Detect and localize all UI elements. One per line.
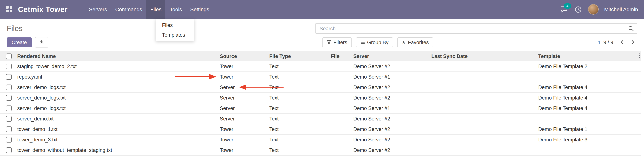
column-last-sync-date[interactable]: Last Sync Date xyxy=(429,51,536,61)
row-checkbox[interactable] xyxy=(6,85,12,90)
cell-last-sync-date[interactable] xyxy=(429,72,536,82)
row-checkbox[interactable] xyxy=(6,137,12,143)
select-all-checkbox[interactable] xyxy=(6,54,12,59)
table-row[interactable]: tower_demo_without_template_staging.txt … xyxy=(0,145,641,156)
column-file-type[interactable]: File Type xyxy=(267,51,328,61)
row-checkbox[interactable] xyxy=(6,64,12,69)
cell-template[interactable] xyxy=(536,72,641,82)
cell-source[interactable]: Server xyxy=(218,93,267,103)
table-row[interactable]: tower_demo_1.txt Tower Text Demo Server … xyxy=(0,124,641,135)
cell-file[interactable] xyxy=(328,124,351,135)
cell-rendered-name[interactable]: server_demo_logs.txt xyxy=(15,103,218,114)
row-checkbox[interactable] xyxy=(6,74,12,80)
table-row[interactable]: server_demo_logs.txt Server Text Demo Se… xyxy=(0,82,641,93)
cell-last-sync-date[interactable] xyxy=(429,114,536,124)
cell-server[interactable]: Demo Server #2 xyxy=(351,82,429,93)
cell-last-sync-date[interactable] xyxy=(429,103,536,114)
cell-last-sync-date[interactable] xyxy=(429,82,536,93)
user-name[interactable]: Mitchell Admin xyxy=(604,6,638,12)
row-checkbox[interactable] xyxy=(6,106,12,111)
row-checkbox[interactable] xyxy=(6,95,12,101)
filters-button[interactable]: Filters xyxy=(322,37,352,47)
pager-previous-button[interactable] xyxy=(618,38,627,47)
cell-source[interactable]: Tower xyxy=(218,61,267,72)
cell-template[interactable]: Demo File Template 1 xyxy=(536,124,641,135)
cell-template[interactable] xyxy=(536,114,641,124)
cell-file-type[interactable]: Text xyxy=(267,61,328,72)
cell-file-type[interactable]: Text xyxy=(267,114,328,124)
cell-file-type[interactable]: Text xyxy=(267,135,328,145)
table-row[interactable]: server_demo_logs.txt Server Text Demo Se… xyxy=(0,103,641,114)
cell-file-type[interactable]: Text xyxy=(267,82,328,93)
menu-settings[interactable]: Settings xyxy=(186,0,213,19)
cell-server[interactable]: Demo Server #2 xyxy=(351,114,429,124)
cell-source[interactable]: Tower xyxy=(218,72,267,82)
cell-file-type[interactable]: Text xyxy=(267,124,328,135)
cell-server[interactable]: Demo Server #2 xyxy=(351,135,429,145)
row-checkbox[interactable] xyxy=(6,116,12,122)
cell-source[interactable]: Tower xyxy=(218,124,267,135)
cell-template[interactable]: Demo File Template 4 xyxy=(536,82,641,93)
cell-server[interactable]: Demo Server #2 xyxy=(351,93,429,103)
row-checkbox[interactable] xyxy=(6,127,12,132)
cell-file[interactable] xyxy=(328,114,351,124)
table-row[interactable]: tower_demo_3.txt Tower Text Demo Server … xyxy=(0,135,641,145)
cell-last-sync-date[interactable] xyxy=(429,61,536,72)
dropdown-item-files[interactable]: Files xyxy=(156,20,194,30)
search-icon[interactable] xyxy=(628,26,634,31)
cell-last-sync-date[interactable] xyxy=(429,135,536,145)
cell-rendered-name[interactable]: tower_demo_3.txt xyxy=(15,135,218,145)
table-row[interactable]: server_demo_logs.txt Server Text Demo Se… xyxy=(0,93,641,103)
cell-source[interactable]: Server xyxy=(218,82,267,93)
cell-template[interactable]: Demo File Template 3 xyxy=(536,135,641,145)
cell-server[interactable]: Demo Server #1 xyxy=(351,72,429,82)
menu-tools[interactable]: Tools xyxy=(166,0,186,19)
favorites-button[interactable]: ★ Favorites xyxy=(397,37,434,47)
table-row[interactable]: staging_tower_demo_2.txt Tower Text Demo… xyxy=(0,61,641,72)
cell-file[interactable] xyxy=(328,82,351,93)
cell-rendered-name[interactable]: repos.yaml xyxy=(15,72,218,82)
group-by-button[interactable]: Group By xyxy=(356,37,393,47)
cell-rendered-name[interactable]: tower_demo_without_template_staging.txt xyxy=(15,145,218,156)
cell-rendered-name[interactable]: server_demo.txt xyxy=(15,114,218,124)
create-button[interactable]: Create xyxy=(7,37,32,47)
cell-source[interactable]: Server xyxy=(218,114,267,124)
cell-file[interactable] xyxy=(328,72,351,82)
user-avatar[interactable] xyxy=(588,4,598,15)
cell-source[interactable]: Server xyxy=(218,103,267,114)
column-server[interactable]: Server xyxy=(351,51,429,61)
cell-server[interactable]: Demo Server #2 xyxy=(351,124,429,135)
cell-file-type[interactable]: Text xyxy=(267,145,328,156)
cell-template[interactable] xyxy=(536,145,641,156)
cell-template[interactable]: Demo File Template 4 xyxy=(536,93,641,103)
cell-rendered-name[interactable]: server_demo_logs.txt xyxy=(15,82,218,93)
column-file[interactable]: File xyxy=(328,51,351,61)
optional-columns-toggle-icon[interactable]: ⋮ xyxy=(637,53,642,58)
cell-last-sync-date[interactable] xyxy=(429,145,536,156)
messages-button[interactable]: 4 xyxy=(560,5,568,13)
cell-file-type[interactable]: Text xyxy=(267,103,328,114)
app-title[interactable]: Cetmix Tower xyxy=(18,5,68,14)
pager-next-button[interactable] xyxy=(628,38,637,47)
apps-grid-icon[interactable] xyxy=(6,6,13,13)
export-button[interactable] xyxy=(35,37,48,48)
cell-last-sync-date[interactable] xyxy=(429,124,536,135)
cell-file[interactable] xyxy=(328,103,351,114)
menu-servers[interactable]: Servers xyxy=(85,0,111,19)
cell-template[interactable]: Demo File Template 2 xyxy=(536,61,641,72)
cell-source[interactable]: Tower xyxy=(218,135,267,145)
row-checkbox[interactable] xyxy=(6,148,12,153)
column-source[interactable]: Source xyxy=(218,51,267,61)
menu-files[interactable]: Files xyxy=(146,0,166,19)
cell-file-type[interactable]: Text xyxy=(267,72,328,82)
cell-template[interactable]: Demo File Template 4 xyxy=(536,103,641,114)
cell-server[interactable]: Demo Server #2 xyxy=(351,61,429,72)
cell-file[interactable] xyxy=(328,61,351,72)
cell-file[interactable] xyxy=(328,145,351,156)
cell-source[interactable]: Tower xyxy=(218,145,267,156)
cell-last-sync-date[interactable] xyxy=(429,93,536,103)
column-rendered-name[interactable]: Rendered Name xyxy=(15,51,218,61)
cell-server[interactable]: Demo Server #1 xyxy=(351,103,429,114)
menu-commands[interactable]: Commands xyxy=(111,0,146,19)
dropdown-item-templates[interactable]: Templates xyxy=(156,30,194,40)
